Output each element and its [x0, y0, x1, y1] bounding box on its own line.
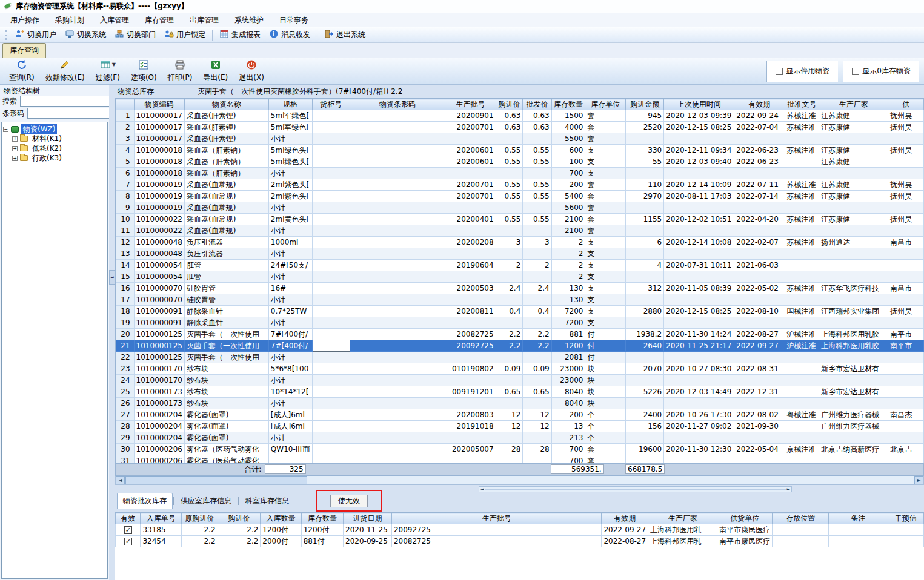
scroll-left-arrow[interactable]: ◄	[116, 476, 125, 484]
column-header[interactable]: 入库数量	[261, 513, 301, 524]
checkbox-box-icon[interactable]	[776, 68, 783, 75]
tree-node-root[interactable]: −物资(WZ)	[3, 124, 106, 134]
stock-table-row[interactable]: 221010000125灭菌手套（一次性使用小计2081付	[116, 352, 924, 363]
stock-table-row[interactable]: 91010000019采血器(血常规)小计5600套	[116, 202, 924, 214]
stock-table-row[interactable]: 101010000022采血器(血常规)2ml黄色头[202004010.550…	[116, 214, 924, 225]
column-header[interactable]: 有效期	[734, 99, 785, 110]
column-header[interactable]	[116, 99, 135, 110]
stock-table-row[interactable]: 231010000170纱布块5*6*8[1000101908020.090.0…	[116, 363, 924, 375]
stock-table-row[interactable]: 311010000206雾化器（医药气动雾化700套	[116, 455, 924, 464]
column-header[interactable]: 生产批号	[391, 513, 601, 524]
checkbox-show-zero-stock[interactable]: 显示0库存物资	[843, 61, 919, 82]
tab-inventory-query[interactable]: 库存查询	[2, 43, 46, 58]
toolbar-button-switch-system[interactable]: 切换系统	[61, 28, 110, 42]
column-header[interactable]: 购进价	[218, 513, 261, 524]
column-header[interactable]: 存放位置	[773, 513, 829, 524]
options-button[interactable]: 选项(O)	[125, 59, 162, 84]
column-header[interactable]: 备注	[829, 513, 888, 524]
collapse-sidebar-button[interactable]: ◄	[109, 270, 115, 285]
column-header[interactable]: 进货日期	[344, 513, 392, 524]
stock-table-row[interactable]: 291010000204雾化器(面罩)小计213个	[116, 432, 924, 444]
column-header[interactable]: 上次使用时间	[664, 99, 734, 110]
bottom-tab-0[interactable]: 物资批次库存	[117, 493, 173, 509]
filter-button[interactable]: ▼过滤(F)	[90, 59, 125, 84]
bottom-tab-1[interactable]: 供应室库存信息	[174, 493, 238, 509]
menu-item-6[interactable]: 日常事务	[271, 13, 316, 27]
column-header[interactable]: 购进价	[496, 99, 523, 110]
stock-table-row[interactable]: 21010000017采血器(肝素锂)5ml军绿色[202007010.630.…	[116, 122, 924, 133]
stock-table-row[interactable]: 51010000018采血器（肝素钠）5ml绿色头[202006010.550.…	[116, 156, 924, 168]
mini-scroll-right-arrow[interactable]: ►	[786, 487, 791, 492]
column-header[interactable]: 有效期	[602, 513, 648, 524]
valid-checkbox[interactable]: ✓	[124, 538, 132, 545]
stock-table-row[interactable]: 161010000070硅胶胃管16#202005032.42.4130支312…	[116, 283, 924, 294]
tree-node-0[interactable]: +材料(K1)	[3, 134, 106, 143]
menu-item-5[interactable]: 系统维护	[227, 13, 271, 27]
column-header[interactable]: 物资编码	[134, 99, 184, 110]
stock-table-row[interactable]: 191010000091静脉采血针小计7200支	[116, 317, 924, 329]
stock-table-row[interactable]: 281010000204雾化器(面罩)[成人]6ml20191018121213…	[116, 421, 924, 432]
stock-table-row[interactable]: 81010000019采血器(血常规)2ml紫色头[202007010.550.…	[116, 191, 924, 202]
expiry-edit-button[interactable]: 效期修改(E)	[40, 59, 90, 84]
column-header[interactable]: 货柜号	[312, 99, 350, 110]
stock-table-row[interactable]: 301010000206雾化器（医药气动雾化QW10-II[面202005007…	[116, 444, 924, 455]
stock-table-row[interactable]: 171010000070硅胶胃管小计130支	[116, 294, 924, 306]
column-header[interactable]: 批准文号	[785, 99, 819, 110]
exit-button[interactable]: 退出(X)	[233, 59, 270, 84]
stock-table-row[interactable]: 261010000173纱布块小计8040块	[116, 398, 924, 409]
stock-table-row[interactable]: 181010000091静脉采血针0.7*25TW202008110.40.47…	[116, 306, 924, 317]
mini-scroll-left-arrow[interactable]: ◄	[479, 487, 485, 492]
column-header[interactable]: 生产批号	[445, 99, 496, 110]
column-header[interactable]: 干预信	[888, 513, 923, 524]
stock-table-row[interactable]: 201010000125灭菌手套（一次性使用7#[400付/200827252.…	[116, 329, 924, 340]
column-header[interactable]: 有效	[116, 513, 141, 524]
toolbar-button-user-lock[interactable]: 用户锁定	[160, 28, 210, 42]
column-header[interactable]: 原购进价	[181, 513, 218, 524]
column-header[interactable]: 购进金额	[626, 99, 664, 110]
batch-row[interactable]: ✓324542.22.22000付881付2020-09-25200827252…	[116, 536, 924, 547]
stock-table-row[interactable]: 271010000204雾化器(面罩)[成人]6ml20200803121220…	[116, 409, 924, 421]
collapse-node-icon[interactable]: −	[3, 127, 8, 132]
stock-table-row[interactable]: 71010000019采血器(血常规)2ml紫色头[202007010.550.…	[116, 179, 924, 191]
toolbar-button-switch-dept[interactable]: 切换部门	[110, 28, 160, 42]
stock-table-row[interactable]: 141010000054肛管24#[50支/20190604222支42020-…	[116, 260, 924, 271]
scroll-right-arrow[interactable]: ►	[914, 476, 923, 484]
stock-table-row[interactable]: 31010000017采血器(肝素锂)小计5500套	[116, 133, 924, 145]
print-button[interactable]: 打印(P)	[162, 59, 198, 84]
query-button[interactable]: 查询(R)	[4, 59, 40, 84]
expand-node-icon[interactable]: +	[12, 146, 18, 151]
expand-node-icon[interactable]: +	[12, 136, 18, 142]
stock-table-row[interactable]: 151010000054肛管小计2支	[116, 271, 924, 283]
stock-table-row[interactable]: 61010000018采血器（肝素钠）小计700支	[116, 168, 924, 179]
scroll-thumb[interactable]	[125, 476, 307, 484]
menu-item-4[interactable]: 出库管理	[182, 13, 227, 27]
toolbar-button-message[interactable]: 消息收发	[265, 28, 314, 42]
column-header[interactable]: 库存单位	[585, 99, 626, 110]
menu-item-1[interactable]: 采购计划	[47, 13, 92, 27]
main-horizontal-scrollbar[interactable]: ◄ ►	[115, 476, 924, 485]
stock-table-row[interactable]: 11010000017采血器(肝素锂)5ml军绿色[202009010.630.…	[116, 110, 924, 122]
search-input[interactable]	[20, 96, 115, 107]
dropdown-arrow-icon[interactable]: ▼	[112, 59, 116, 70]
column-header[interactable]: 库存数量	[301, 513, 343, 524]
toolbar-button-exit-system[interactable]: 退出系统	[320, 28, 370, 42]
expand-node-icon[interactable]: +	[12, 156, 18, 161]
stock-table-row[interactable]: 131010000048负压引流器小计2支	[116, 248, 924, 260]
menu-item-3[interactable]: 库存管理	[137, 13, 182, 27]
column-header[interactable]: 规格	[268, 99, 312, 110]
menu-item-2[interactable]: 入库管理	[92, 13, 137, 27]
column-header[interactable]: 入库单号	[141, 513, 181, 524]
column-header[interactable]: 物资条形码	[350, 99, 445, 110]
column-header[interactable]: 物资名称	[184, 99, 268, 110]
export-button[interactable]: 导出(E)	[198, 59, 233, 84]
bottom-tab-2[interactable]: 科室库存信息	[239, 493, 295, 509]
tree-node-1[interactable]: +低耗(K2)	[3, 143, 106, 153]
invalidate-button[interactable]: 使无效	[330, 495, 368, 507]
stock-table-row[interactable]: 121010000048负压引流器1000ml20200208332支62020…	[116, 237, 924, 248]
stock-table-row[interactable]: 41010000018采血器（肝素钠）5ml绿色头[202006010.550.…	[116, 145, 924, 156]
checkbox-box-icon[interactable]	[852, 68, 859, 75]
stock-table-row[interactable]: 111010000022采血器(血常规)小计2100套	[116, 225, 924, 237]
stock-table-row[interactable]: 251010000173纱布块10*14*12[0091912010.650.6…	[116, 386, 924, 398]
stock-table-row[interactable]: 241010000170纱布块小计23000块	[116, 375, 924, 386]
barcode-input[interactable]	[27, 108, 122, 119]
